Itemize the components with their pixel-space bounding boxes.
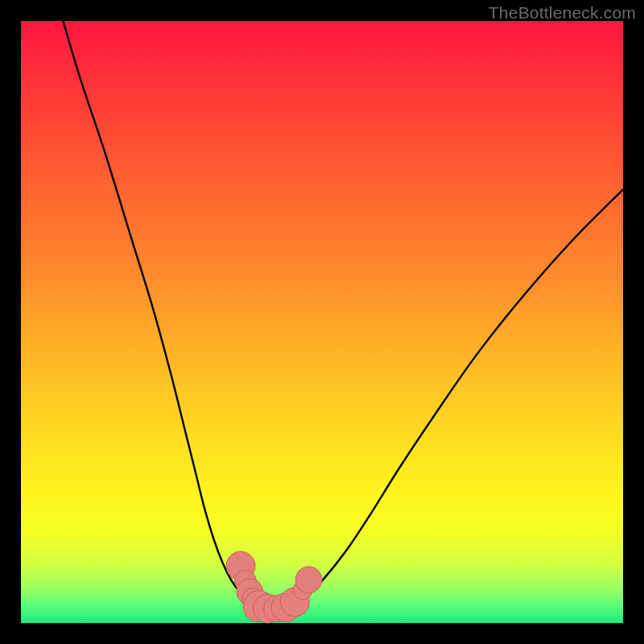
plot-area: [21, 21, 623, 623]
left-curve: [63, 21, 258, 608]
chart-svg: [21, 21, 623, 623]
watermark-text: TheBottleneck.com: [489, 3, 636, 23]
outer-frame: TheBottleneck.com: [0, 0, 644, 644]
valley-markers: [226, 551, 322, 623]
svg-point-10: [295, 567, 322, 593]
right-curve: [292, 189, 623, 608]
